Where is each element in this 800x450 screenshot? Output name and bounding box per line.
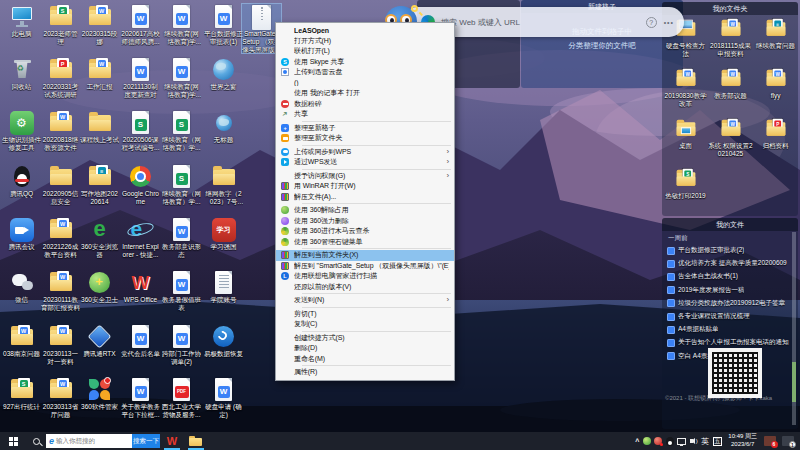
desktop-icon[interactable]: 20220905信息安全 [41,164,80,206]
fence-folder-item[interactable]: W系统 权限设置20210425 [708,118,753,158]
wubi-indicator[interactable]: 五 [713,437,722,446]
scrollbar[interactable] [792,232,796,425]
context-menu-item[interactable]: 打开方式(H) [276,36,454,47]
fence-folder-item[interactable]: Wflyy [753,68,798,100]
context-menu-item[interactable]: 数据粉碎 [276,99,454,110]
context-menu-item[interactable]: 解压到 "SmartGate_Setup （双摄像头黑屏版）\"(E) [276,261,454,272]
desktop-icon[interactable]: 继网教字（2023）7号关... [204,164,243,206]
desktop-icon[interactable]: W教务部意识形态 [162,217,201,259]
context-menu-item[interactable]: 属性(R) [276,367,454,378]
context-menu-item[interactable]: 上传或同步到WPS› [276,147,454,158]
taskbar-explorer-icon[interactable] [184,432,208,450]
context-menu-item[interactable]: 共享 [276,109,454,120]
desktop-icon[interactable]: W038南京问题 [2,324,41,358]
ime-indicator[interactable]: 英 [701,436,709,447]
desktop-icon[interactable]: ≡写作地图20220614 [80,164,119,206]
search-go-button[interactable]: 搜索一下 [132,434,160,448]
context-menu-item[interactable]: 整理至新格子 [276,123,454,134]
desktop-icon[interactable]: 易极数据恢复 [204,324,243,358]
desktop-icon[interactable]: W20220818继教资源文件 [41,110,80,152]
help-icon[interactable]: ? [646,17,657,28]
taskbar-search-box[interactable]: e 输入你想搜的 [46,434,132,448]
context-menu-item[interactable]: 用 WinRAR 打开(W) [276,181,454,192]
desktop-icon[interactable]: W继续教育(网络教育)学院... [162,57,201,99]
taskbar-search-icon[interactable] [26,438,46,445]
desktop-icon[interactable]: 世界之窗 [204,57,243,91]
desktop-icon[interactable]: WWPS Office [121,270,160,304]
desktop-icon[interactable]: W党代会后名单 [121,324,160,358]
context-menu-item[interactable]: 复制(C) [276,319,454,330]
tray-expand-icon[interactable]: ^ [635,438,639,445]
recent-file-item[interactable]: 垃圾分类投放办法20190912电子签章 [662,297,798,310]
start-button[interactable] [0,432,26,450]
context-menu-item[interactable]: 通过WPS发送› [276,157,454,168]
recent-file-item[interactable]: 平台数据修正审批表(2) [662,244,798,257]
desktop-icon[interactable]: Google Chrome [121,164,160,206]
desktop-icon[interactable]: 360软件管家 [80,377,119,411]
fence-folder-item[interactable]: W20181115成果申报资料 [708,18,753,58]
desktop-icon[interactable]: ♻回收站 [2,57,41,91]
recent-file-item[interactable]: 优化培养方案 提高教学质量20200609 [662,257,798,270]
desktop-icon[interactable]: W教务暑假值班表 [162,270,201,312]
scrollbar-thumb[interactable] [792,362,796,402]
fence-folder-item[interactable]: 桌面 [663,118,708,150]
context-menu-item[interactable]: 使用联想电脑管家进行扫描 [276,271,454,282]
desktop-icon[interactable]: W20230313省厅问题 [41,377,80,419]
context-menu-item[interactable]: 删除(D) [276,343,454,354]
desktop-icon[interactable]: 腾讯会议 [2,217,41,251]
desktop-icon[interactable]: S927出行统计 [2,377,41,411]
context-menu-item[interactable]: 整理至新文件夹 [276,133,454,144]
desktop-icon[interactable]: 腾讯QQ [2,164,41,198]
context-menu-item[interactable]: 使用 360管理右键菜单 [276,237,454,248]
context-menu-item[interactable]: LeASOpen [276,25,454,36]
desktop-icon[interactable]: S2023老师管理 [41,4,80,46]
context-menu-item[interactable]: 使用 我的记事本 打开 [276,88,454,99]
desktop-icon[interactable]: W2020617高校师德师风腾... [121,4,160,46]
desktop-icon[interactable]: 无标题 [204,110,243,144]
desktop-icon[interactable]: 课程线上考试 [80,110,119,144]
taskbar-clock[interactable]: 10:49 周三 2023/6/7 [728,433,757,449]
desktop-icon[interactable]: 腾讯通RTX [80,324,119,358]
desktop-icon[interactable]: W20221226成教平台资料 [41,217,80,259]
context-menu-item[interactable]: () [276,78,454,89]
context-menu-item[interactable]: 发送到(N)› [276,295,454,306]
fence-title[interactable]: 我的文件 [662,218,798,231]
action-center-icon[interactable]: 1 [782,436,794,446]
tray-qq-icon[interactable] [666,437,674,446]
recent-file-item[interactable]: 各专业课程设置情况梳理 [662,310,798,323]
desktop-icon[interactable]: 微信 [2,270,41,304]
fence-title[interactable]: 我的文件夹 [662,2,798,15]
desktop-icon[interactable]: W继续教育(网络教育)学院... [162,4,201,46]
desktop-icon[interactable]: W工作汇报 [80,57,119,91]
more-options-icon[interactable]: ••• [664,19,674,26]
desktop-icon[interactable]: W跨部门工作协调单(2) [162,324,201,366]
fence-folder-item[interactable]: P归档资料 [753,118,798,150]
desktop-icon[interactable]: W20230111教育部汇报资料 [41,270,80,312]
desktop-icon[interactable]: W20230315段娜 [80,4,119,46]
desktop-icon[interactable]: W20211130制度更新查对 [121,57,160,99]
context-menu-item[interactable]: 还原以前的版本(V) [276,282,454,293]
context-menu-item[interactable]: 上传到迅雷云盘 [276,67,454,78]
fence-folder-item[interactable]: W教务部议题 [708,68,753,100]
context-menu-item[interactable]: 使用 360解除占用 [276,205,454,216]
notification-app-icon[interactable]: 6 [764,436,776,446]
desktop-icon[interactable]: W关于教学教务平台下拉框... [121,377,160,419]
desktop-icon[interactable]: W平台数据修正审批表(1) [204,4,243,46]
desktop-icon[interactable]: PDF西北工业大学货物及服务... [162,377,201,419]
desktop-icon[interactable]: eInternet Explorer - 快捷... [121,217,160,259]
context-menu-item[interactable]: 联机打开(L) [276,46,454,57]
context-menu-item[interactable]: 使用 360强力删除 [276,216,454,227]
tray-display-icon[interactable] [677,438,686,445]
desktop-icon[interactable]: 学院账号 [204,270,243,304]
desktop-icon[interactable]: W20230113一对一资料 [41,324,80,366]
context-menu-item[interactable]: 使用 360进行木马云查杀 [276,226,454,237]
desktop-icon[interactable]: W硬盘申请 (确定) [204,377,243,419]
desktop-icon[interactable]: S20220506课程考试编号... [121,110,160,152]
desktop-icon[interactable]: 此电脑 [2,4,41,38]
desktop-icon[interactable]: +360安全卫士 [80,270,119,304]
context-menu-item[interactable]: 解压到当前文件夹(X) [276,250,454,261]
context-menu-item[interactable]: 重命名(M) [276,354,454,365]
recent-file-item[interactable]: 2019年度发展报告一稿 [662,284,798,297]
context-menu-item[interactable]: 解压文件(A)... [276,192,454,203]
context-menu-item[interactable]: 使用 Skype 共享 [276,57,454,68]
